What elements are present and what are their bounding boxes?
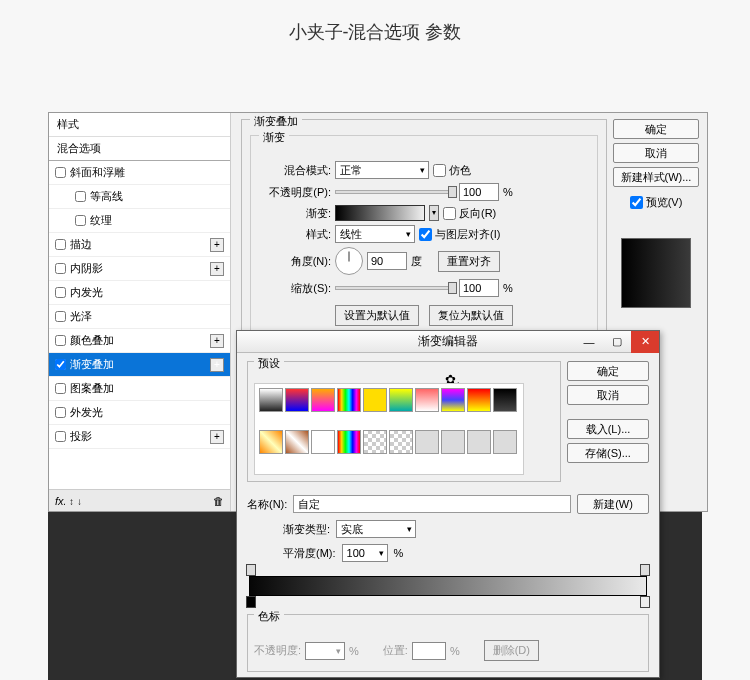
- align-checkbox[interactable]: [419, 228, 432, 241]
- presets-grid: [254, 383, 524, 475]
- preset-swatch[interactable]: [493, 388, 517, 412]
- ge-save-button[interactable]: 存储(S)...: [567, 443, 649, 463]
- style-checkbox[interactable]: [55, 263, 66, 274]
- style-select[interactable]: 线性: [335, 225, 415, 243]
- stop-opacity-input: [305, 642, 345, 660]
- reverse-checkbox[interactable]: [443, 207, 456, 220]
- add-effect-icon[interactable]: +: [210, 238, 224, 252]
- style-item-label: 外发光: [70, 405, 224, 420]
- dither-checkbox[interactable]: [433, 164, 446, 177]
- preview-label: 预览(V): [646, 195, 683, 210]
- style-checkbox[interactable]: [75, 215, 86, 226]
- add-effect-icon[interactable]: +: [210, 358, 224, 372]
- style-item-0[interactable]: 斜面和浮雕: [49, 161, 230, 185]
- angle-input[interactable]: [367, 252, 407, 270]
- style-checkbox[interactable]: [55, 167, 66, 178]
- preset-swatch[interactable]: [467, 388, 491, 412]
- style-checkbox[interactable]: [75, 191, 86, 202]
- minimize-icon[interactable]: —: [575, 331, 603, 353]
- style-item-2[interactable]: 纹理: [49, 209, 230, 233]
- preset-swatch[interactable]: [493, 430, 517, 454]
- preset-swatch[interactable]: [415, 388, 439, 412]
- style-checkbox[interactable]: [55, 287, 66, 298]
- page-title: 小夹子-混合选项 参数: [0, 0, 750, 74]
- style-item-11[interactable]: 投影+: [49, 425, 230, 449]
- ge-ok-button[interactable]: 确定: [567, 361, 649, 381]
- fx-label: fx. ↕ ↓: [55, 495, 82, 507]
- add-effect-icon[interactable]: +: [210, 262, 224, 276]
- trash-icon[interactable]: 🗑: [213, 495, 224, 507]
- style-checkbox[interactable]: [55, 431, 66, 442]
- gradient-preview[interactable]: [335, 205, 425, 221]
- color-stop[interactable]: [246, 596, 256, 608]
- style-item-4[interactable]: 内阴影+: [49, 257, 230, 281]
- preset-swatch[interactable]: [441, 430, 465, 454]
- preset-swatch[interactable]: [467, 430, 491, 454]
- style-item-5[interactable]: 内发光: [49, 281, 230, 305]
- ge-new-button[interactable]: 新建(W): [577, 494, 649, 514]
- ge-load-button[interactable]: 载入(L)...: [567, 419, 649, 439]
- stop-position-input: [412, 642, 446, 660]
- preset-swatch[interactable]: [415, 430, 439, 454]
- gradient-bar[interactable]: [249, 576, 647, 596]
- preset-swatch[interactable]: [311, 388, 335, 412]
- preset-swatch[interactable]: [441, 388, 465, 412]
- style-item-9[interactable]: 图案叠加: [49, 377, 230, 401]
- opacity-slider[interactable]: [335, 190, 455, 194]
- blend-mode-select[interactable]: 正常: [335, 161, 429, 179]
- opacity-stop[interactable]: [246, 564, 256, 576]
- preset-swatch[interactable]: [337, 430, 361, 454]
- gradient-type-select[interactable]: 实底: [336, 520, 416, 538]
- ge-cancel-button[interactable]: 取消: [567, 385, 649, 405]
- style-checkbox[interactable]: [55, 239, 66, 250]
- stops-title: 色标: [254, 609, 284, 624]
- preset-swatch[interactable]: [363, 388, 387, 412]
- preset-swatch[interactable]: [285, 388, 309, 412]
- percent-label: %: [450, 645, 460, 657]
- preset-swatch[interactable]: [337, 388, 361, 412]
- style-item-3[interactable]: 描边+: [49, 233, 230, 257]
- style-item-8[interactable]: 渐变叠加+: [49, 353, 230, 377]
- new-style-button[interactable]: 新建样式(W)...: [613, 167, 699, 187]
- smoothness-input[interactable]: 100: [342, 544, 388, 562]
- blend-options-header[interactable]: 混合选项: [49, 137, 230, 161]
- name-input[interactable]: [293, 495, 571, 513]
- style-checkbox[interactable]: [55, 335, 66, 346]
- delete-stop-button: 删除(D): [484, 640, 539, 661]
- close-icon[interactable]: ✕: [631, 331, 659, 353]
- preset-swatch[interactable]: [363, 430, 387, 454]
- style-checkbox[interactable]: [55, 383, 66, 394]
- style-checkbox[interactable]: [55, 311, 66, 322]
- gradient-dropdown[interactable]: ▾: [429, 205, 439, 221]
- ok-button[interactable]: 确定: [613, 119, 699, 139]
- color-stop[interactable]: [640, 596, 650, 608]
- gradient-editor-titlebar[interactable]: 渐变编辑器 — ▢ ✕: [237, 331, 659, 353]
- add-effect-icon[interactable]: +: [210, 334, 224, 348]
- scale-slider[interactable]: [335, 286, 455, 290]
- style-item-10[interactable]: 外发光: [49, 401, 230, 425]
- preview-checkbox[interactable]: [630, 196, 643, 209]
- opacity-stop[interactable]: [640, 564, 650, 576]
- preset-swatch[interactable]: [259, 430, 283, 454]
- add-effect-icon[interactable]: +: [210, 430, 224, 444]
- reset-align-button[interactable]: 重置对齐: [438, 251, 500, 272]
- opacity-input[interactable]: [459, 183, 499, 201]
- style-item-6[interactable]: 光泽: [49, 305, 230, 329]
- set-default-button[interactable]: 设置为默认值: [335, 305, 419, 326]
- preset-swatch[interactable]: [311, 430, 335, 454]
- preset-swatch[interactable]: [259, 388, 283, 412]
- scale-input[interactable]: [459, 279, 499, 297]
- style-checkbox[interactable]: [55, 359, 66, 370]
- style-item-7[interactable]: 颜色叠加+: [49, 329, 230, 353]
- preset-swatch[interactable]: [389, 430, 413, 454]
- style-checkbox[interactable]: [55, 407, 66, 418]
- maximize-icon[interactable]: ▢: [603, 331, 631, 353]
- reset-default-button[interactable]: 复位为默认值: [429, 305, 513, 326]
- angle-dial[interactable]: [335, 247, 363, 275]
- section-title: 渐变叠加: [250, 114, 302, 129]
- cancel-button[interactable]: 取消: [613, 143, 699, 163]
- preset-swatch[interactable]: [285, 430, 309, 454]
- style-item-1[interactable]: 等高线: [49, 185, 230, 209]
- style-item-label: 内阴影: [70, 261, 210, 276]
- preset-swatch[interactable]: [389, 388, 413, 412]
